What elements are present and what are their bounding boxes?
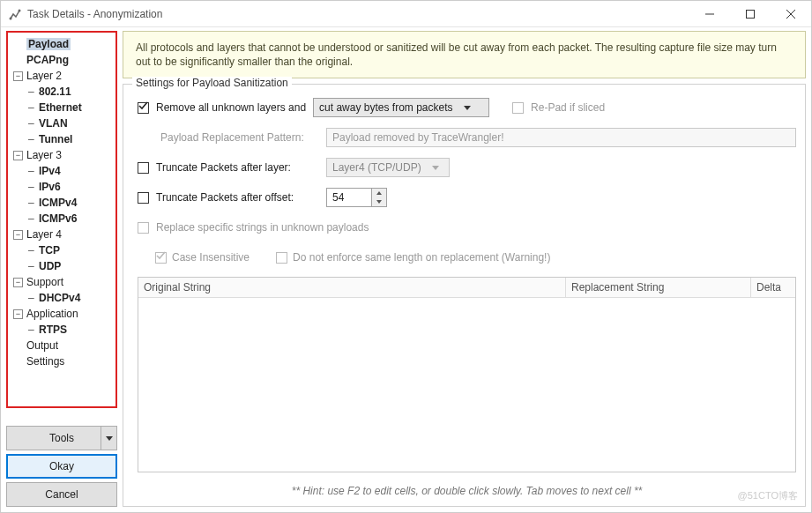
tree-item-rtps[interactable]: RTPS [11, 322, 112, 338]
repad-checkbox [512, 102, 524, 114]
remove-unknown-combo-value: cut away bytes from packets [319, 101, 452, 114]
table-body[interactable] [138, 298, 795, 472]
tree-item-label: Layer 3 [26, 149, 62, 161]
tree-item-udp[interactable]: UDP [11, 258, 112, 274]
no-enforce-checkbox [276, 252, 287, 264]
tree-item-label: Layer 2 [26, 70, 62, 82]
tree-item-settings[interactable]: Settings [11, 353, 112, 369]
group-legend: Settings for Payload Sanitization [132, 77, 292, 89]
tree-item-ethernet[interactable]: Ethernet [11, 100, 112, 115]
tools-split-arrow[interactable] [101, 427, 116, 450]
truncate-offset-label: Truncate Packets after offset: [156, 191, 319, 204]
expander-icon[interactable]: − [13, 230, 23, 240]
tree-item-layer-2[interactable]: −Layer 2 [11, 68, 112, 84]
maximize-button[interactable] [730, 1, 771, 27]
tree-item-payload[interactable]: Payload [11, 36, 112, 52]
tree-item-label: Support [26, 276, 63, 288]
leaf-bullet-icon [26, 133, 39, 145]
col-delta[interactable]: Delta [751, 278, 795, 298]
okay-button[interactable]: Okay [6, 454, 117, 479]
pattern-input: Payload removed by TraceWrangler! [326, 128, 796, 147]
col-original[interactable]: Original String [138, 278, 566, 298]
tree-item-icmpv6[interactable]: ICMPv6 [11, 211, 112, 227]
window-title: Task Details - Anonymization [27, 8, 162, 20]
tree-item-tcp[interactable]: TCP [11, 242, 112, 258]
tree-item-ipv4[interactable]: IPv4 [11, 163, 112, 179]
tree-item-application[interactable]: −Application [11, 306, 112, 322]
tree-item-label: IPv6 [39, 181, 61, 193]
case-insensitive-label: Case Insensitive [172, 251, 250, 264]
expander-icon[interactable]: − [13, 71, 23, 81]
spinner-up[interactable] [372, 189, 386, 197]
no-enforce-label: Do not enforce same length on replacemen… [293, 251, 550, 264]
tree-item-label: PCAPng [26, 54, 69, 66]
tree-item-label: 802.11 [39, 86, 71, 98]
truncate-offset-checkbox[interactable] [138, 192, 149, 204]
leaf-bullet-icon [26, 292, 39, 304]
replacement-table[interactable]: Original String Replacement String Delta [138, 277, 796, 472]
leaf-bullet-icon [26, 181, 39, 193]
tree-item-label: ICMPv6 [39, 212, 77, 225]
tools-button[interactable]: Tools [6, 426, 117, 450]
remove-unknown-checkbox[interactable] [138, 102, 149, 114]
leaf-bullet-icon [26, 197, 39, 209]
tree-item-802-11[interactable]: 802.11 [11, 84, 112, 100]
tree-item-support[interactable]: −Support [11, 274, 112, 290]
tree-item-label: Payload [26, 38, 71, 50]
cancel-button[interactable]: Cancel [6, 482, 117, 507]
tree-item-tunnel[interactable]: Tunnel [11, 131, 112, 147]
watermark: @51CTO博客 [738, 489, 798, 502]
col-replacement[interactable]: Replacement String [566, 278, 751, 298]
case-insensitive-checkbox [155, 252, 167, 264]
expander-icon[interactable]: − [13, 309, 23, 319]
tree-item-label: IPv4 [39, 165, 61, 177]
spinner-down[interactable] [372, 197, 386, 206]
leaf-bullet-icon [26, 323, 39, 336]
tree-item-dhcpv4[interactable]: DHCPv4 [11, 290, 112, 306]
tree-item-label: Application [26, 308, 78, 320]
nav-tree[interactable]: PayloadPCAPng−Layer 2802.11EthernetVLANT… [6, 31, 117, 408]
leaf-bullet-icon [26, 101, 39, 114]
titlebar: Task Details - Anonymization [1, 1, 811, 27]
tree-item-label: Output [26, 339, 58, 352]
tree-item-icmpv4[interactable]: ICMPv4 [11, 195, 112, 211]
tree-item-label: DHCPv4 [39, 292, 80, 304]
repad-label: Re-Pad if sliced [531, 101, 605, 114]
truncate-offset-value[interactable]: 54 [327, 189, 371, 206]
tools-button-label: Tools [49, 432, 74, 444]
truncate-layer-checkbox[interactable] [138, 162, 149, 174]
tree-item-label: ICMPv4 [39, 197, 77, 209]
hint-text: ** Hint: use F2 to edit cells, or double… [138, 481, 796, 499]
tree-item-output[interactable]: Output [11, 338, 112, 353]
close-button[interactable] [771, 1, 811, 27]
cancel-label: Cancel [45, 488, 78, 501]
leaf-bullet-icon [26, 86, 39, 98]
svg-point-0 [10, 17, 12, 19]
replace-strings-checkbox [138, 222, 149, 234]
tree-item-vlan[interactable]: VLAN [11, 115, 112, 131]
expander-icon[interactable]: − [13, 278, 23, 287]
leaf-bullet-icon [26, 165, 39, 177]
tree-item-label: TCP [39, 244, 60, 256]
truncate-layer-label: Truncate Packets after layer: [156, 161, 319, 174]
minimize-button[interactable] [689, 1, 730, 27]
chevron-down-icon [464, 106, 471, 110]
info-panel: All protocols and layers that cannot be … [123, 31, 806, 78]
leaf-bullet-icon [26, 117, 39, 130]
truncate-offset-spinner[interactable]: 54 [326, 188, 387, 207]
expander-icon[interactable]: − [13, 151, 23, 160]
tree-item-label: UDP [39, 260, 61, 272]
tree-item-label: Ethernet [39, 101, 82, 114]
tree-item-label: RTPS [39, 323, 67, 336]
tree-item-ipv6[interactable]: IPv6 [11, 179, 112, 195]
remove-unknown-combo[interactable]: cut away bytes from packets [313, 98, 489, 117]
pattern-label: Payload Replacement Pattern: [160, 131, 319, 144]
tree-item-layer-4[interactable]: −Layer 4 [11, 227, 112, 242]
tree-item-layer-3[interactable]: −Layer 3 [11, 147, 112, 163]
app-icon [8, 7, 22, 21]
payload-sanitization-group: Settings for Payload Sanitization Remove… [123, 84, 806, 507]
remove-unknown-label: Remove all unknown layers and [156, 101, 306, 114]
replace-strings-label: Replace specific strings in unknown payl… [156, 221, 369, 234]
tree-item-pcapng[interactable]: PCAPng [11, 52, 112, 68]
svg-rect-3 [747, 10, 755, 18]
